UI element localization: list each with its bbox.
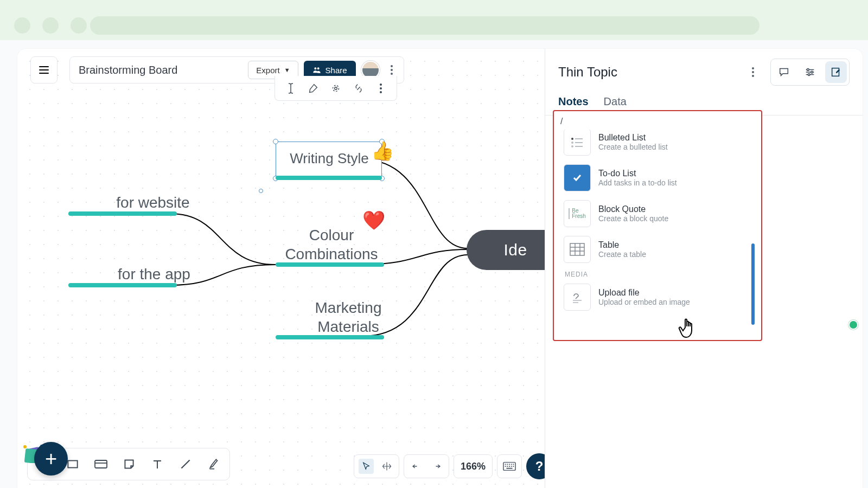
sliders-icon [804,66,816,78]
zoom-level[interactable]: 166% [458,461,488,472]
slash-command-popup: / Bulleted List Create a bulleted list [553,110,762,341]
svg-rect-12 [505,464,506,465]
window-traffic-lights [14,17,87,34]
svg-rect-18 [507,466,508,467]
chat-bubble-icon [778,66,790,78]
menu-button[interactable] [30,56,58,84]
svg-point-24 [811,71,813,73]
svg-rect-21 [513,466,514,467]
format-toolbar [275,76,397,101]
bulleted-list-icon [564,130,591,156]
caret-down-icon: ▼ [284,67,290,73]
svg-rect-20 [511,466,512,467]
slash-item-upload-file[interactable]: Upload file Upload or embed an image [558,279,757,315]
side-panel-title: Thin Topic [558,65,739,80]
side-panel-more-button[interactable] [746,63,760,81]
app-frame: Brainstorming Board Export ▼ Share [17,49,863,488]
slash-item-todo-list[interactable]: To-do List Add tasks in a to-do list [558,160,757,196]
attachment-icon [564,284,591,311]
svg-point-1 [335,87,337,89]
node-underline [276,262,384,267]
pointer-tool[interactable] [359,459,374,474]
slash-item-block-quote[interactable]: BeFresh Block Quote Create a block quote [558,196,757,232]
svg-point-29 [571,142,573,144]
svg-rect-17 [505,466,506,467]
hamburger-icon [37,63,50,76]
highlighter-tool[interactable] [205,455,223,473]
redo-button[interactable] [429,459,444,474]
node-label-writing-style: Writing Style [276,150,382,168]
board-title[interactable]: Brainstorming Board [79,64,242,76]
view-controls: 166% ? [354,453,552,479]
svg-rect-19 [509,466,510,467]
node-label-colour-combinations[interactable]: Colour Combinations [275,226,388,264]
brush-icon[interactable] [304,79,322,98]
svg-rect-13 [507,464,508,465]
export-label: Export [256,66,279,75]
svg-point-0 [333,85,339,91]
svg-point-31 [571,145,573,147]
svg-rect-7 [95,460,107,468]
node-underline [68,211,177,216]
svg-rect-14 [509,464,510,465]
block-quote-icon: BeFresh [564,200,591,227]
thumbs-up-reaction[interactable]: 👍 [371,140,394,162]
kebab-icon [752,67,754,77]
checkbox-icon [564,164,591,191]
card-tool[interactable] [92,455,110,473]
node-label-marketing-materials[interactable]: Marketing Materials [289,298,408,336]
svg-line-9 [181,460,189,468]
filter-panel-button[interactable] [799,61,821,83]
side-panel-mode-switch [770,59,850,86]
svg-rect-22 [507,468,513,469]
svg-point-27 [571,138,573,140]
node-underline [68,283,177,287]
node-underline [276,176,382,180]
notes-panel-button[interactable] [825,61,847,83]
edit-note-icon [830,66,842,78]
node-label-for-the-app[interactable]: for the app [100,265,208,284]
side-panel: Thin Topic Notes Data / [545,49,863,488]
heart-reaction[interactable]: ❤️ [362,209,385,231]
question-icon: ? [535,459,544,474]
svg-point-23 [807,69,809,71]
svg-rect-15 [511,464,512,465]
browser-url-bar[interactable] [90,16,760,35]
tool-panel: + [27,448,230,480]
slash-input[interactable]: / [554,111,761,130]
svg-rect-33 [570,243,584,255]
kebab-icon [391,65,393,75]
node-underline [276,335,384,339]
text-tool[interactable] [148,455,167,473]
settings-gear-icon[interactable] [327,79,345,98]
node-writing-style-selected[interactable]: Writing Style [276,142,382,178]
people-icon [312,66,321,74]
text-cursor-icon[interactable] [282,79,300,98]
svg-rect-6 [68,461,77,468]
undo-button[interactable] [409,459,424,474]
comments-panel-button[interactable] [773,61,795,83]
svg-point-25 [808,74,810,76]
keyboard-shortcuts-button[interactable] [502,459,517,474]
svg-rect-16 [513,464,514,465]
slash-item-table[interactable]: Table Create a table [558,232,757,267]
slash-popup-scrollbar[interactable] [751,243,755,325]
plus-icon: + [45,447,57,471]
add-button[interactable]: + [34,442,68,476]
table-icon [564,236,591,263]
slash-item-bulleted-list[interactable]: Bulleted List Create a bulleted list [558,130,757,160]
more-format-button[interactable] [372,79,390,98]
link-icon[interactable] [349,79,368,98]
line-tool[interactable] [176,455,195,473]
share-label: Share [326,66,347,75]
browser-chrome [0,0,868,40]
pan-tool[interactable] [379,459,394,474]
node-label-for-website[interactable]: for website [99,193,207,212]
svg-point-4 [23,445,27,448]
slash-section-media: MEDIA [558,267,757,279]
presence-indicator [848,320,858,330]
sticky-note-tool[interactable] [120,455,138,473]
